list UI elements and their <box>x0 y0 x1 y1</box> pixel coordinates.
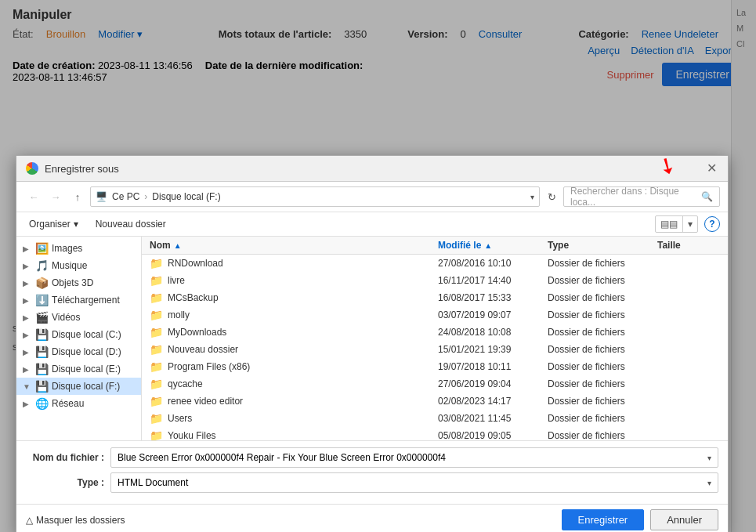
file-name-cell: 📁Youku Files <box>150 429 438 440</box>
expand-icon: ▼ <box>23 382 32 391</box>
filetype-input-wrapper[interactable]: HTML Document ▾ <box>110 472 718 493</box>
file-modified-cell: 27/08/2016 10:10 <box>438 258 548 269</box>
dialog-cancel-button[interactable]: Annuler <box>650 509 718 530</box>
dialog-body: ▶ 🖼️ Images ▶ 🎵 Musique ▶ 📦 Objets 3D ▶ … <box>16 237 728 440</box>
path-ce-pc: Ce PC <box>112 191 139 202</box>
expand-icon: ▶ <box>23 348 32 356</box>
dialog-titlebar: Enregistrer sous ✕ <box>16 156 728 182</box>
path-disk: Disque local (F:) <box>152 191 220 202</box>
file-name-cell: 📁Users <box>150 412 438 425</box>
file-type-cell: Dossier de fichiers <box>548 378 657 389</box>
file-name-cell: 📁Nouveau dossier <box>150 343 438 356</box>
file-type-cell: Dossier de fichiers <box>548 344 657 355</box>
col-modified-header[interactable]: Modifié le ▲ <box>438 240 548 251</box>
tree-item-network[interactable]: ▶ 🌐 Réseau <box>16 395 141 412</box>
filename-input[interactable] <box>118 452 707 463</box>
view-toggle: ▤▤ ▾ <box>655 215 698 233</box>
folder-icon: 📁 <box>150 274 163 287</box>
file-modified-cell: 15/01/2021 19:39 <box>438 344 548 355</box>
objects-3d-icon: 📦 <box>35 277 49 289</box>
dialog-save-button[interactable]: Enregistrer <box>562 509 645 530</box>
new-folder-button[interactable]: Nouveau dossier <box>89 216 172 232</box>
file-type-cell: Dossier de fichiers <box>548 275 657 286</box>
dialog-nav-toolbar: ← → ↑ 🖥️ Ce PC › Disque local (F:) ▾ ↻ R… <box>16 182 728 212</box>
tree-item-3d[interactable]: ▶ 📦 Objets 3D <box>16 274 141 291</box>
file-type-cell: Dossier de fichiers <box>548 292 657 303</box>
table-row[interactable]: 📁Nouveau dossier 15/01/2021 19:39 Dossie… <box>142 341 728 358</box>
sort-icon: ▲ <box>174 241 182 250</box>
file-modified-cell: 16/11/2017 14:40 <box>438 275 548 286</box>
file-type-cell: Dossier de fichiers <box>548 413 657 424</box>
tree-item-download[interactable]: ▶ ⬇️ Téléchargement <box>16 291 141 309</box>
path-dropdown-icon[interactable]: ▾ <box>530 193 534 201</box>
dialog-form: Nom du fichier : ▾ Type : HTML Document … <box>16 440 728 504</box>
filetype-dropdown-icon[interactable]: ▾ <box>707 479 711 487</box>
file-modified-cell: 24/08/2018 10:08 <box>438 327 548 338</box>
filename-row: Nom du fichier : ▾ <box>26 447 718 468</box>
nav-forward-button[interactable]: → <box>46 188 65 205</box>
modified-sort-icon: ▲ <box>484 241 492 250</box>
file-name-cell: 📁molly <box>150 309 438 321</box>
download-folder-icon: ⬇️ <box>35 294 49 306</box>
videos-folder-icon: 🎬 <box>35 311 49 324</box>
folder-icon: 📁 <box>150 429 163 440</box>
table-row[interactable]: 📁livre 16/11/2017 14:40 Dossier de fichi… <box>142 272 728 289</box>
tree-item-images[interactable]: ▶ 🖼️ Images <box>16 240 141 257</box>
col-type-header[interactable]: Type <box>548 240 657 251</box>
table-row[interactable]: 📁RNDownload 27/08/2016 10:10 Dossier de … <box>142 255 728 272</box>
table-row[interactable]: 📁Users 03/08/2021 11:45 Dossier de fichi… <box>142 410 728 427</box>
expand-icon: ▶ <box>23 296 32 305</box>
folder-icon: 📁 <box>150 378 163 390</box>
nav-back-button[interactable]: ← <box>24 188 43 205</box>
col-name-header[interactable]: Nom ▲ <box>150 240 438 251</box>
table-row[interactable]: 📁MCsBackup 16/08/2017 15:33 Dossier de f… <box>142 289 728 306</box>
filetype-row: Type : HTML Document ▾ <box>26 472 718 493</box>
col-size-header[interactable]: Taille <box>657 240 720 251</box>
file-list-header: Nom ▲ Modifié le ▲ Type Taille <box>142 237 728 255</box>
images-folder-icon: 🖼️ <box>35 242 49 255</box>
table-row[interactable]: 📁MyDownloads 24/08/2018 10:08 Dossier de… <box>142 324 728 341</box>
folder-tree: ▶ 🖼️ Images ▶ 🎵 Musique ▶ 📦 Objets 3D ▶ … <box>16 237 142 440</box>
folder-icon: 📁 <box>150 360 163 373</box>
filetype-label: Type : <box>26 477 104 488</box>
expand-icon: ▶ <box>23 331 32 339</box>
table-row[interactable]: 📁molly 03/07/2019 09:07 Dossier de fichi… <box>142 306 728 324</box>
table-row[interactable]: 📁renee video editor 02/08/2023 14:17 Dos… <box>142 393 728 410</box>
folder-icon: 📁 <box>150 291 163 304</box>
filename-dropdown-icon[interactable]: ▾ <box>707 454 711 462</box>
table-row[interactable]: 📁Program Files (x86) 19/07/2018 10:11 Do… <box>142 358 728 375</box>
file-name-cell: 📁RNDownload <box>150 257 438 270</box>
view-dropdown-button[interactable]: ▾ <box>683 216 697 232</box>
tree-item-drive-d[interactable]: ▶ 💾 Disque local (D:) <box>16 343 141 360</box>
dialog-close-button[interactable]: ✕ <box>705 162 718 175</box>
tree-item-drive-c[interactable]: ▶ 💾 Disque local (C:) <box>16 326 141 343</box>
folder-icon: 📁 <box>150 326 163 338</box>
tree-item-videos[interactable]: ▶ 🎬 Vidéos <box>16 309 141 326</box>
file-name-cell: 📁livre <box>150 274 438 287</box>
path-bar[interactable]: 🖥️ Ce PC › Disque local (F:) ▾ <box>90 186 540 207</box>
tree-item-drive-f[interactable]: ▼ 💾 Disque local (F:) <box>16 378 141 395</box>
tree-item-drive-e[interactable]: ▶ 💾 Disque local (E:) <box>16 360 141 378</box>
tree-item-music[interactable]: ▶ 🎵 Musique <box>16 257 141 274</box>
file-name-cell: 📁MCsBackup <box>150 291 438 304</box>
help-button[interactable]: ? <box>704 216 720 232</box>
search-icon[interactable]: 🔍 <box>701 191 713 202</box>
view-list-button[interactable]: ▤▤ <box>656 216 683 232</box>
hide-folders-button[interactable]: △ Masquer les dossiers <box>26 515 125 526</box>
path-computer-icon: 🖥️ <box>96 191 107 202</box>
nav-up-button[interactable]: ↑ <box>68 188 87 205</box>
organize-button[interactable]: Organiser ▾ <box>24 216 83 232</box>
chrome-icon <box>26 162 38 175</box>
search-box: Rechercher dans : Disque loca... 🔍 <box>563 186 720 207</box>
save-as-dialog: Enregistrer sous ✕ ← → ↑ 🖥️ Ce PC › Disq… <box>16 155 729 532</box>
table-row[interactable]: 📁Youku Files 05/08/2019 09:05 Dossier de… <box>142 427 728 440</box>
music-folder-icon: 🎵 <box>35 259 49 272</box>
filename-input-wrapper[interactable]: ▾ <box>110 447 718 468</box>
table-row[interactable]: 📁qycache 27/06/2019 09:04 Dossier de fic… <box>142 375 728 393</box>
drive-e-icon: 💾 <box>35 363 49 375</box>
filetype-value: HTML Document <box>118 477 188 488</box>
network-icon: 🌐 <box>35 397 49 410</box>
folder-icon: 📁 <box>150 343 163 356</box>
refresh-button[interactable]: ↻ <box>543 188 560 205</box>
drive-f-icon: 💾 <box>35 380 49 393</box>
